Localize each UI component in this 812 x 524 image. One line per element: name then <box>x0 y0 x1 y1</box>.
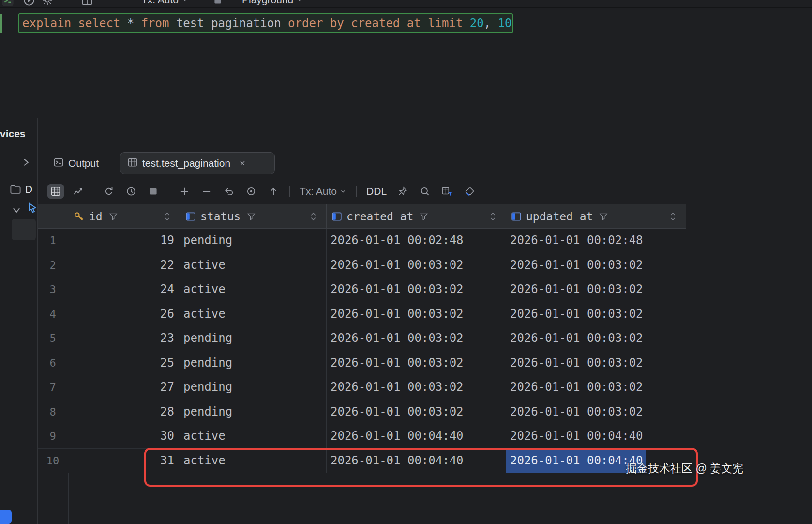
table-row[interactable]: 426active2026-01-01 00:03:022026-01-01 0… <box>38 302 686 327</box>
filter-icon[interactable] <box>109 212 118 221</box>
chevron-down-icon[interactable] <box>12 205 21 217</box>
cell-id[interactable]: 31 <box>68 449 180 473</box>
add-row-icon[interactable] <box>176 184 193 199</box>
row-number[interactable]: 8 <box>38 400 68 424</box>
refresh-icon[interactable] <box>101 184 117 199</box>
cell-id[interactable]: 25 <box>68 351 180 375</box>
cell-id[interactable]: 22 <box>68 253 180 277</box>
revert-icon[interactable] <box>221 184 237 199</box>
cell-id[interactable]: 30 <box>68 424 180 448</box>
settings-icon[interactable] <box>41 0 54 7</box>
cell-created-at[interactable]: 2026-01-01 00:03:02 <box>327 326 506 351</box>
eraser-icon[interactable] <box>461 184 478 199</box>
table-row[interactable]: 625pending2026-01-01 00:03:022026-01-01 … <box>38 351 686 376</box>
tx-mode-dropdown[interactable]: Tx: Auto <box>295 185 351 197</box>
cell-updated-at[interactable]: 2026-01-01 00:03:02 <box>506 277 686 302</box>
cell-status[interactable]: pending <box>180 375 327 400</box>
table-row[interactable]: 523pending2026-01-01 00:03:022026-01-01 … <box>38 326 686 351</box>
row-number[interactable]: 10 <box>38 449 68 473</box>
row-number[interactable]: 4 <box>38 302 68 326</box>
cell-updated-at[interactable]: 2026-01-01 00:03:02 <box>506 302 686 326</box>
grid-view-icon[interactable] <box>47 184 64 199</box>
sort-icon[interactable] <box>310 211 316 222</box>
sidebar-item-database[interactable]: D <box>10 184 32 195</box>
tab-output[interactable]: Output <box>46 152 105 174</box>
cell-created-at[interactable]: 2026-01-01 00:04:40 <box>327 424 506 448</box>
chart-view-icon[interactable] <box>70 184 86 199</box>
cell-updated-at[interactable]: 2026-01-01 00:03:02 <box>506 253 686 277</box>
cell-status[interactable]: pending <box>180 351 327 375</box>
table-row[interactable]: 828pending2026-01-01 00:03:022026-01-01 … <box>38 400 686 425</box>
close-icon[interactable] <box>239 159 246 167</box>
cell-status[interactable]: active <box>180 277 327 302</box>
cell-id[interactable]: 24 <box>68 277 180 302</box>
row-number[interactable]: 1 <box>38 229 68 253</box>
cell-id[interactable]: 26 <box>68 302 180 326</box>
table-row[interactable]: 222active2026-01-01 00:03:022026-01-01 0… <box>38 253 686 278</box>
column-header-updated_at[interactable]: updated_at <box>506 204 686 228</box>
cell-created-at[interactable]: 2026-01-01 00:03:02 <box>327 351 506 375</box>
pin-icon[interactable] <box>394 184 411 199</box>
cell-created-at[interactable]: 2026-01-01 00:03:02 <box>327 302 506 326</box>
table-row[interactable]: 930active2026-01-01 00:04:402026-01-01 0… <box>38 424 686 449</box>
search-icon[interactable] <box>417 184 433 199</box>
tab-test-pagination[interactable]: test.test_pagination <box>120 152 275 174</box>
cell-status[interactable]: active <box>180 253 327 277</box>
row-number[interactable]: 7 <box>38 375 68 400</box>
tx-mode-dropdown-top[interactable]: Tx: Auto <box>141 0 188 7</box>
cell-status[interactable]: pending <box>180 229 327 253</box>
cell-created-at[interactable]: 2026-01-01 00:04:40 <box>327 449 506 473</box>
ddl-button[interactable]: DDL <box>361 185 391 197</box>
console-icon[interactable] <box>1 0 15 7</box>
cell-status[interactable]: active <box>180 449 327 473</box>
cell-created-at[interactable]: 2026-01-01 00:03:02 <box>327 277 506 302</box>
schema-icon[interactable] <box>211 0 225 7</box>
cell-created-at[interactable]: 2026-01-01 00:03:02 <box>327 375 506 400</box>
cell-id[interactable]: 27 <box>68 375 180 400</box>
cell-updated-at[interactable]: 2026-01-01 00:03:02 <box>506 351 686 375</box>
column-header-created_at[interactable]: created_at <box>327 204 506 228</box>
submit-icon[interactable] <box>265 184 282 199</box>
cell-status[interactable]: active <box>180 302 327 326</box>
table-row[interactable]: 324active2026-01-01 00:03:022026-01-01 0… <box>38 277 686 302</box>
chevron-right-icon[interactable] <box>21 157 31 169</box>
notification-icon[interactable] <box>0 510 12 524</box>
table-row[interactable]: 119pending2026-01-01 00:02:482026-01-01 … <box>38 229 686 253</box>
row-number[interactable]: 6 <box>38 351 68 375</box>
sort-icon[interactable] <box>670 211 676 222</box>
cell-created-at[interactable]: 2026-01-01 00:02:48 <box>327 229 506 253</box>
filter-icon[interactable] <box>420 212 428 221</box>
cell-id[interactable]: 28 <box>68 400 180 424</box>
cell-created-at[interactable]: 2026-01-01 00:03:02 <box>327 253 506 277</box>
cell-updated-at[interactable]: 2026-01-01 00:03:02 <box>506 326 686 351</box>
cell-updated-at[interactable]: 2026-01-01 00:03:02 <box>506 375 686 400</box>
playground-dropdown[interactable]: Playground <box>242 0 303 7</box>
cell-id[interactable]: 23 <box>68 326 180 351</box>
table-row[interactable]: 1031active2026-01-01 00:04:402026-01-01 … <box>38 449 686 474</box>
tree-selected-node[interactable] <box>12 219 36 240</box>
cell-updated-at[interactable]: 2026-01-01 00:02:48 <box>506 229 686 253</box>
editor-layout-icon[interactable] <box>80 0 94 7</box>
cell-status[interactable]: pending <box>180 400 327 424</box>
column-header-id[interactable]: id <box>68 204 180 228</box>
row-number[interactable]: 3 <box>38 277 68 302</box>
cell-status[interactable]: active <box>180 424 327 448</box>
run-icon[interactable] <box>22 0 36 7</box>
cell-updated-at[interactable]: 2026-01-01 00:03:02 <box>506 400 686 424</box>
filter-icon[interactable] <box>599 212 608 221</box>
corner-cell[interactable] <box>38 204 68 228</box>
cell-id[interactable]: 19 <box>68 229 180 253</box>
cell-created-at[interactable]: 2026-01-01 00:03:02 <box>327 400 506 424</box>
delete-row-icon[interactable] <box>198 184 215 199</box>
column-header-status[interactable]: status <box>180 204 327 228</box>
row-number[interactable]: 9 <box>38 424 68 448</box>
clock-icon[interactable] <box>123 184 139 199</box>
row-number[interactable]: 2 <box>38 253 68 277</box>
row-number[interactable]: 5 <box>38 326 68 351</box>
sort-icon[interactable] <box>164 211 170 222</box>
sort-icon[interactable] <box>490 211 496 222</box>
preview-icon[interactable] <box>243 184 259 199</box>
filter-icon[interactable] <box>247 212 256 221</box>
filter-table-icon[interactable] <box>439 184 455 199</box>
stop-icon[interactable] <box>145 184 162 199</box>
